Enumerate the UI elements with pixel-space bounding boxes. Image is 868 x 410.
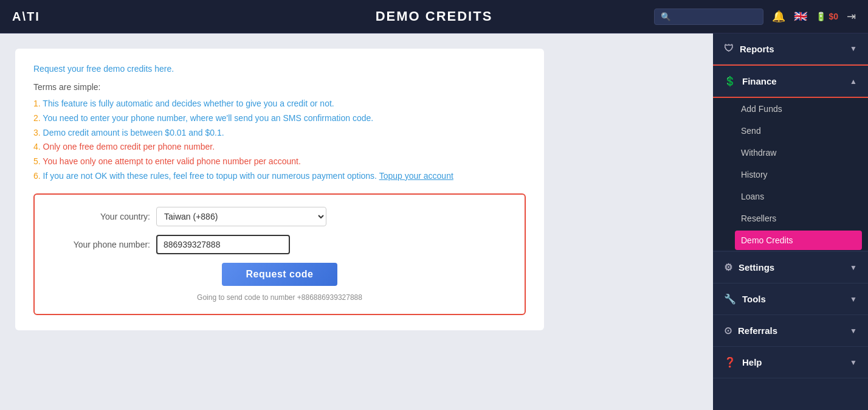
sidebar-header-tools[interactable]: 🔧 Tools ▼ xyxy=(713,283,868,314)
sidebar-header-referrals[interactable]: ⊙ Referrals ▼ xyxy=(713,315,868,346)
phone-row: Your phone number: xyxy=(53,235,506,254)
sidebar-section-label-tools: Tools xyxy=(742,294,766,304)
term-5: 5. You have only one attempt to enter va… xyxy=(33,155,526,169)
credit-amount: $0 xyxy=(828,12,838,21)
sidebar-header-reports[interactable]: 🛡 Reports ▼ xyxy=(713,33,868,64)
sidebar-header-finance[interactable]: 💲 Finance ▲ xyxy=(713,64,868,98)
sidebar-item-resellers[interactable]: Resellers xyxy=(713,207,868,229)
sidebar-section-label-finance: Finance xyxy=(742,76,777,86)
reports-section-icon: 🛡 xyxy=(724,43,734,54)
terms-title: Terms are simple: xyxy=(33,82,526,92)
credit-display: 🔋 $0 xyxy=(816,12,838,21)
chevron-reports-icon: ▼ xyxy=(850,44,857,53)
terms-list: 1. This feature is fully automatic and d… xyxy=(33,97,526,184)
form-section: Your country: Taiwan (+886) United State… xyxy=(33,193,526,315)
card-intro: Request your free demo credits here. xyxy=(33,64,526,74)
sidebar-item-withdraw[interactable]: Withdraw xyxy=(713,142,868,164)
layout: Request your free demo credits here. Ter… xyxy=(0,33,868,410)
country-select[interactable]: Taiwan (+886) United States (+1) United … xyxy=(156,207,326,226)
sidebar-item-add-funds[interactable]: Add Funds xyxy=(713,98,868,120)
referrals-section-icon: ⊙ xyxy=(724,325,732,336)
sidebar: 🛡 Reports ▼ 💲 Finance ▲ Add FundsSendWit… xyxy=(713,33,868,410)
form-center: Request code Going to send code to numbe… xyxy=(53,263,506,302)
term-4: 4. Only one free demo credit per phone n… xyxy=(33,140,526,155)
section-left-help: ❓ Help xyxy=(724,356,762,368)
request-code-button[interactable]: Request code xyxy=(222,263,338,286)
content-card: Request your free demo credits here. Ter… xyxy=(15,49,544,330)
page-title: DEMO CREDITS xyxy=(376,9,493,24)
sidebar-section-tools: 🔧 Tools ▼ xyxy=(713,283,868,315)
term-3: 3. Demo credit amount is between $0.01 a… xyxy=(33,126,526,141)
sidebar-section-settings: ⚙ Settings ▼ xyxy=(713,252,868,283)
finance-section-icon: 💲 xyxy=(724,75,736,87)
sidebar-item-history[interactable]: History xyxy=(713,164,868,186)
chevron-help-icon: ▼ xyxy=(850,358,857,367)
help-section-icon: ❓ xyxy=(724,356,736,368)
logout-icon[interactable]: ⇥ xyxy=(847,10,856,23)
phone-input[interactable] xyxy=(156,235,290,254)
chevron-referrals-icon: ▼ xyxy=(850,327,857,335)
sidebar-sub-finance: Add FundsSendWithdrawHistoryLoansReselle… xyxy=(713,98,868,250)
country-row: Your country: Taiwan (+886) United State… xyxy=(53,207,506,226)
country-label: Your country: xyxy=(53,212,150,221)
section-left-tools: 🔧 Tools xyxy=(724,293,766,305)
sidebar-section-finance: 💲 Finance ▲ Add FundsSendWithdrawHistory… xyxy=(713,64,868,252)
logo: A\TI xyxy=(12,10,40,24)
flag-icon[interactable]: 🇬🇧 xyxy=(794,10,807,23)
term-6: 6. If you are not OK with these rules, f… xyxy=(33,169,526,184)
intro-text: Request your free demo credits here. xyxy=(33,64,174,74)
sidebar-section-referrals: ⊙ Referrals ▼ xyxy=(713,315,868,347)
phone-label: Your phone number: xyxy=(53,240,150,249)
sidebar-header-settings[interactable]: ⚙ Settings ▼ xyxy=(713,252,868,283)
chevron-tools-icon: ▼ xyxy=(850,295,857,304)
battery-icon: 🔋 xyxy=(816,12,826,21)
sidebar-item-demo-credits[interactable]: Demo Credits xyxy=(735,231,862,250)
sidebar-section-help: ❓ Help ▼ xyxy=(713,347,868,378)
section-left-finance: 💲 Finance xyxy=(724,75,777,87)
section-left-settings: ⚙ Settings xyxy=(724,262,774,273)
sidebar-section-label-referrals: Referrals xyxy=(738,325,777,336)
tools-section-icon: 🔧 xyxy=(724,293,736,305)
sidebar-item-send[interactable]: Send xyxy=(713,120,868,142)
sidebar-header-help[interactable]: ❓ Help ▼ xyxy=(713,347,868,378)
sidebar-item-loans[interactable]: Loans xyxy=(713,186,868,207)
header: A\TI DEMO CREDITS 🔔 🇬🇧 🔋 $0 ⇥ xyxy=(0,0,868,33)
sidebar-section-label-help: Help xyxy=(742,357,762,367)
sidebar-section-reports: 🛡 Reports ▼ xyxy=(713,33,868,64)
sidebar-section-label-reports: Reports xyxy=(740,44,774,54)
main-content: Request your free demo credits here. Ter… xyxy=(0,33,713,410)
chevron-settings-icon: ▼ xyxy=(850,263,857,272)
send-notice: Going to send code to number +8868869393… xyxy=(197,293,362,302)
header-right: 🔔 🇬🇧 🔋 $0 ⇥ xyxy=(654,9,856,25)
chevron-finance-icon: ▲ xyxy=(850,77,857,86)
search-input[interactable] xyxy=(654,9,763,25)
sidebar-section-label-settings: Settings xyxy=(739,262,774,273)
section-left-referrals: ⊙ Referrals xyxy=(724,325,777,336)
topup-link[interactable]: Topup your account xyxy=(379,171,453,181)
bell-icon[interactable]: 🔔 xyxy=(772,10,785,23)
section-left-reports: 🛡 Reports xyxy=(724,43,774,54)
settings-section-icon: ⚙ xyxy=(724,262,732,273)
term-2: 2. You need to enter your phone number, … xyxy=(33,111,526,126)
term-1: 1. This feature is fully automatic and d… xyxy=(33,97,526,111)
